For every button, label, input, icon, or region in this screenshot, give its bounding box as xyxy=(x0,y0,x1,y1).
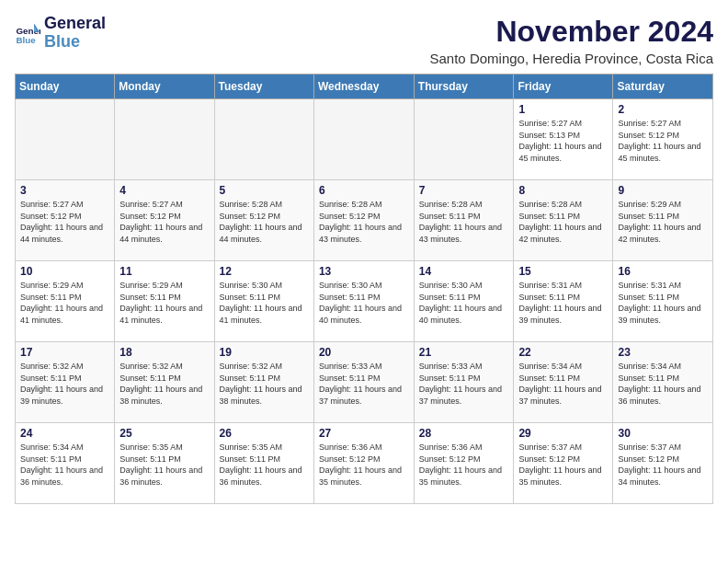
calendar-cell: 4Sunrise: 5:27 AM Sunset: 5:12 PM Daylig… xyxy=(115,180,214,261)
day-info: Sunrise: 5:28 AM Sunset: 5:12 PM Dayligh… xyxy=(220,199,309,245)
day-number: 27 xyxy=(319,427,409,440)
day-info: Sunrise: 5:34 AM Sunset: 5:11 PM Dayligh… xyxy=(20,442,109,488)
calendar-header-sunday: Sunday xyxy=(16,75,115,99)
calendar-cell: 17Sunrise: 5:32 AM Sunset: 5:11 PM Dayli… xyxy=(16,342,115,423)
day-number: 30 xyxy=(618,427,708,440)
calendar: SundayMondayTuesdayWednesdayThursdayFrid… xyxy=(15,74,713,504)
day-info: Sunrise: 5:34 AM Sunset: 5:11 PM Dayligh… xyxy=(618,361,708,407)
calendar-cell xyxy=(214,99,313,180)
day-info: Sunrise: 5:27 AM Sunset: 5:13 PM Dayligh… xyxy=(518,118,608,164)
calendar-cell: 2Sunrise: 5:27 AM Sunset: 5:12 PM Daylig… xyxy=(613,99,713,180)
calendar-cell xyxy=(313,99,414,180)
day-number: 9 xyxy=(618,184,708,197)
calendar-cell: 5Sunrise: 5:28 AM Sunset: 5:12 PM Daylig… xyxy=(214,180,313,261)
calendar-header-thursday: Thursday xyxy=(414,75,514,99)
day-info: Sunrise: 5:31 AM Sunset: 5:11 PM Dayligh… xyxy=(618,280,708,326)
day-info: Sunrise: 5:33 AM Sunset: 5:11 PM Dayligh… xyxy=(319,361,409,407)
calendar-cell: 13Sunrise: 5:30 AM Sunset: 5:11 PM Dayli… xyxy=(313,261,414,342)
day-info: Sunrise: 5:31 AM Sunset: 5:11 PM Dayligh… xyxy=(518,280,608,326)
day-number: 23 xyxy=(618,346,708,359)
day-number: 26 xyxy=(220,427,309,440)
calendar-cell: 14Sunrise: 5:30 AM Sunset: 5:11 PM Dayli… xyxy=(414,261,514,342)
day-info: Sunrise: 5:32 AM Sunset: 5:11 PM Dayligh… xyxy=(20,361,109,407)
day-number: 21 xyxy=(419,346,509,359)
day-number: 1 xyxy=(518,103,608,116)
day-number: 19 xyxy=(220,346,309,359)
calendar-cell: 11Sunrise: 5:29 AM Sunset: 5:11 PM Dayli… xyxy=(115,261,214,342)
calendar-cell: 30Sunrise: 5:37 AM Sunset: 5:12 PM Dayli… xyxy=(613,423,713,504)
day-number: 29 xyxy=(518,427,608,440)
calendar-body: 1Sunrise: 5:27 AM Sunset: 5:13 PM Daylig… xyxy=(16,99,713,504)
day-info: Sunrise: 5:29 AM Sunset: 5:11 PM Dayligh… xyxy=(618,199,708,245)
day-number: 24 xyxy=(20,427,109,440)
day-info: Sunrise: 5:28 AM Sunset: 5:12 PM Dayligh… xyxy=(319,199,409,245)
day-number: 15 xyxy=(518,265,608,278)
svg-text:Blue: Blue xyxy=(16,35,36,45)
calendar-cell: 7Sunrise: 5:28 AM Sunset: 5:11 PM Daylig… xyxy=(414,180,514,261)
calendar-cell: 24Sunrise: 5:34 AM Sunset: 5:11 PM Dayli… xyxy=(16,423,115,504)
day-info: Sunrise: 5:28 AM Sunset: 5:11 PM Dayligh… xyxy=(419,199,509,245)
calendar-week-1: 1Sunrise: 5:27 AM Sunset: 5:13 PM Daylig… xyxy=(16,99,713,180)
day-info: Sunrise: 5:34 AM Sunset: 5:11 PM Dayligh… xyxy=(518,361,608,407)
calendar-cell: 12Sunrise: 5:30 AM Sunset: 5:11 PM Dayli… xyxy=(214,261,313,342)
calendar-cell: 25Sunrise: 5:35 AM Sunset: 5:11 PM Dayli… xyxy=(115,423,214,504)
day-number: 28 xyxy=(419,427,509,440)
logo: General Blue General Blue xyxy=(15,15,106,52)
calendar-cell: 21Sunrise: 5:33 AM Sunset: 5:11 PM Dayli… xyxy=(414,342,514,423)
day-number: 2 xyxy=(618,103,708,116)
day-number: 25 xyxy=(119,427,209,440)
calendar-cell: 26Sunrise: 5:35 AM Sunset: 5:11 PM Dayli… xyxy=(214,423,313,504)
calendar-header-saturday: Saturday xyxy=(613,75,713,99)
day-number: 7 xyxy=(419,184,509,197)
day-number: 4 xyxy=(119,184,209,197)
day-info: Sunrise: 5:28 AM Sunset: 5:11 PM Dayligh… xyxy=(518,199,608,245)
day-number: 6 xyxy=(319,184,409,197)
day-info: Sunrise: 5:37 AM Sunset: 5:12 PM Dayligh… xyxy=(618,442,708,488)
day-info: Sunrise: 5:33 AM Sunset: 5:11 PM Dayligh… xyxy=(419,361,509,407)
calendar-cell: 1Sunrise: 5:27 AM Sunset: 5:13 PM Daylig… xyxy=(514,99,613,180)
day-info: Sunrise: 5:36 AM Sunset: 5:12 PM Dayligh… xyxy=(319,442,409,488)
main-title: November 2024 xyxy=(106,15,713,49)
calendar-cell: 6Sunrise: 5:28 AM Sunset: 5:12 PM Daylig… xyxy=(313,180,414,261)
day-number: 22 xyxy=(518,346,608,359)
calendar-header-monday: Monday xyxy=(115,75,214,99)
calendar-cell: 8Sunrise: 5:28 AM Sunset: 5:11 PM Daylig… xyxy=(514,180,613,261)
day-number: 14 xyxy=(419,265,509,278)
calendar-cell: 27Sunrise: 5:36 AM Sunset: 5:12 PM Dayli… xyxy=(313,423,414,504)
day-info: Sunrise: 5:30 AM Sunset: 5:11 PM Dayligh… xyxy=(319,280,409,326)
logo-icon: General Blue xyxy=(15,20,40,46)
logo-text-line2: Blue xyxy=(44,33,106,52)
day-info: Sunrise: 5:30 AM Sunset: 5:11 PM Dayligh… xyxy=(220,280,309,326)
calendar-cell: 15Sunrise: 5:31 AM Sunset: 5:11 PM Dayli… xyxy=(514,261,613,342)
calendar-header-row: SundayMondayTuesdayWednesdayThursdayFrid… xyxy=(16,75,713,99)
day-info: Sunrise: 5:29 AM Sunset: 5:11 PM Dayligh… xyxy=(119,280,209,326)
calendar-week-3: 10Sunrise: 5:29 AM Sunset: 5:11 PM Dayli… xyxy=(16,261,713,342)
page-header: General Blue General Blue November 2024 … xyxy=(15,15,713,66)
day-info: Sunrise: 5:32 AM Sunset: 5:11 PM Dayligh… xyxy=(220,361,309,407)
day-number: 16 xyxy=(618,265,708,278)
calendar-week-4: 17Sunrise: 5:32 AM Sunset: 5:11 PM Dayli… xyxy=(16,342,713,423)
day-info: Sunrise: 5:29 AM Sunset: 5:11 PM Dayligh… xyxy=(20,280,109,326)
calendar-header-friday: Friday xyxy=(514,75,613,99)
calendar-cell: 22Sunrise: 5:34 AM Sunset: 5:11 PM Dayli… xyxy=(514,342,613,423)
day-info: Sunrise: 5:27 AM Sunset: 5:12 PM Dayligh… xyxy=(20,199,109,245)
calendar-week-5: 24Sunrise: 5:34 AM Sunset: 5:11 PM Dayli… xyxy=(16,423,713,504)
day-number: 13 xyxy=(319,265,409,278)
day-number: 20 xyxy=(319,346,409,359)
calendar-cell: 29Sunrise: 5:37 AM Sunset: 5:12 PM Dayli… xyxy=(514,423,613,504)
day-number: 18 xyxy=(119,346,209,359)
calendar-cell: 20Sunrise: 5:33 AM Sunset: 5:11 PM Dayli… xyxy=(313,342,414,423)
title-section: November 2024 Santo Domingo, Heredia Pro… xyxy=(106,15,713,66)
day-info: Sunrise: 5:36 AM Sunset: 5:12 PM Dayligh… xyxy=(419,442,509,488)
logo-text-line1: General xyxy=(44,15,106,33)
calendar-header-tuesday: Tuesday xyxy=(214,75,313,99)
calendar-cell: 19Sunrise: 5:32 AM Sunset: 5:11 PM Dayli… xyxy=(214,342,313,423)
day-number: 12 xyxy=(220,265,309,278)
calendar-cell: 9Sunrise: 5:29 AM Sunset: 5:11 PM Daylig… xyxy=(613,180,713,261)
day-info: Sunrise: 5:27 AM Sunset: 5:12 PM Dayligh… xyxy=(119,199,209,245)
day-number: 17 xyxy=(20,346,109,359)
day-number: 10 xyxy=(20,265,109,278)
day-info: Sunrise: 5:27 AM Sunset: 5:12 PM Dayligh… xyxy=(618,118,708,164)
calendar-cell xyxy=(16,99,115,180)
day-number: 8 xyxy=(518,184,608,197)
